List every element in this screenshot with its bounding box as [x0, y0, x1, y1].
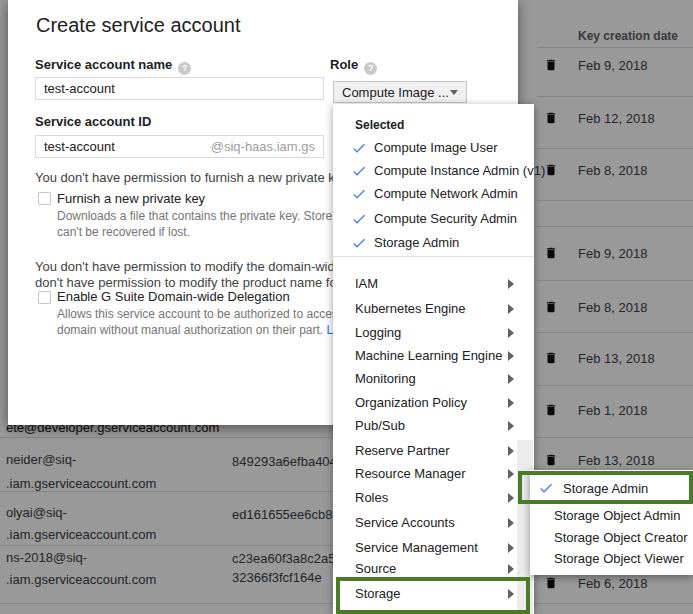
account-id-domain-suffix: @siq-haas.iam.gs	[211, 139, 315, 154]
check-icon	[351, 163, 367, 179]
submenu-arrow-icon	[508, 518, 514, 528]
selected-role-item[interactable]: Compute Image User	[333, 138, 534, 158]
submenu-arrow-icon	[508, 398, 514, 408]
furnish-key-checkbox[interactable]	[38, 192, 51, 205]
dialog-title: Create service account	[36, 14, 241, 37]
menu-item-storage[interactable]: Storage	[333, 584, 534, 604]
submenu-item-storage-object-admin[interactable]: Storage Object Admin	[530, 506, 693, 526]
menu-item-service-management[interactable]: Service Management	[333, 538, 534, 558]
check-icon	[351, 235, 367, 251]
help-icon[interactable]: ?	[178, 62, 191, 75]
menu-item-resource-manager[interactable]: Resource Manager	[333, 464, 534, 484]
gsuite-delegation-description: Allows this service account to be author…	[57, 307, 359, 321]
submenu-arrow-icon	[508, 469, 514, 479]
furnish-key-description: can't be recovered if lost.	[57, 225, 190, 239]
submenu-arrow-icon	[508, 589, 514, 599]
submenu-arrow-icon	[508, 351, 514, 361]
selected-role-item[interactable]: Compute Security Admin	[333, 209, 534, 229]
service-account-id-input[interactable]: test-account @siq-haas.iam.gs	[35, 135, 324, 158]
check-icon	[351, 186, 367, 202]
domain-permission-text: don't have permission to modify the prod…	[35, 275, 355, 290]
screen: Key creation date Feb 9, 2018 Feb 12, 20…	[0, 0, 693, 614]
selected-section-header: Selected	[355, 118, 404, 132]
gsuite-delegation-checkbox-label[interactable]: Enable G Suite Domain-wide Delegation	[57, 289, 290, 304]
selected-role-item[interactable]: Storage Admin	[333, 233, 534, 253]
menu-item-organization-policy[interactable]: Organization Policy	[333, 393, 534, 413]
submenu-arrow-icon	[508, 374, 514, 384]
submenu-arrow-icon	[508, 446, 514, 456]
submenu-arrow-icon	[508, 304, 514, 314]
submenu-arrow-icon	[508, 279, 514, 289]
menu-item-iam[interactable]: IAM	[333, 274, 534, 294]
menu-item-logging[interactable]: Logging	[333, 323, 534, 343]
furnish-key-checkbox-label[interactable]: Furnish a new private key	[57, 191, 205, 206]
submenu-arrow-icon	[508, 421, 514, 431]
menu-item-service-accounts[interactable]: Service Accounts	[333, 513, 534, 533]
submenu-item-storage-admin[interactable]: Storage Admin	[530, 479, 693, 499]
menu-divider	[333, 256, 534, 257]
dropdown-arrow-icon	[450, 90, 458, 95]
submenu-item-storage-object-viewer[interactable]: Storage Object Viewer	[530, 549, 693, 569]
furnish-key-description: Downloads a file that contains the priva…	[57, 209, 364, 223]
service-account-name-label: Service account name?	[35, 57, 191, 75]
check-icon	[351, 211, 367, 227]
service-account-name-input[interactable]: test-account	[35, 77, 324, 100]
gsuite-delegation-checkbox[interactable]	[38, 291, 51, 304]
menu-item-pub-sub[interactable]: Pub/Sub	[333, 416, 534, 436]
submenu-arrow-icon	[508, 564, 514, 574]
domain-permission-text: You don't have permission to modify the …	[35, 259, 360, 274]
menu-item-source[interactable]: Source	[333, 559, 534, 579]
submenu-item-storage-object-creator[interactable]: Storage Object Creator	[530, 528, 693, 548]
selected-role-item[interactable]: Compute Instance Admin (v1)	[333, 161, 534, 181]
submenu-arrow-icon	[508, 543, 514, 553]
help-icon[interactable]: ?	[364, 62, 377, 75]
selected-role-item[interactable]: Compute Network Admin	[333, 184, 534, 204]
menu-item-reserve-partner[interactable]: Reserve Partner	[333, 441, 534, 461]
menu-item-machine-learning-engine[interactable]: Machine Learning Engine	[333, 346, 534, 366]
menu-item-roles[interactable]: Roles	[333, 488, 534, 508]
service-account-id-label: Service account ID	[35, 114, 151, 129]
check-icon	[538, 480, 554, 496]
role-dropdown-button[interactable]: Compute Image ...	[333, 81, 467, 103]
key-permission-text: You don't have permission to furnish a n…	[35, 170, 351, 185]
role-dropdown-menu: Selected Compute Image User Compute Inst…	[333, 104, 534, 614]
submenu-arrow-icon	[508, 493, 514, 503]
storage-submenu: Storage Admin Storage Object Admin Stora…	[530, 470, 693, 575]
check-icon	[351, 140, 367, 156]
menu-item-kubernetes-engine[interactable]: Kubernetes Engine	[333, 299, 534, 319]
role-label: Role?	[330, 57, 377, 75]
menu-item-monitoring[interactable]: Monitoring	[333, 369, 534, 389]
submenu-arrow-icon	[508, 328, 514, 338]
